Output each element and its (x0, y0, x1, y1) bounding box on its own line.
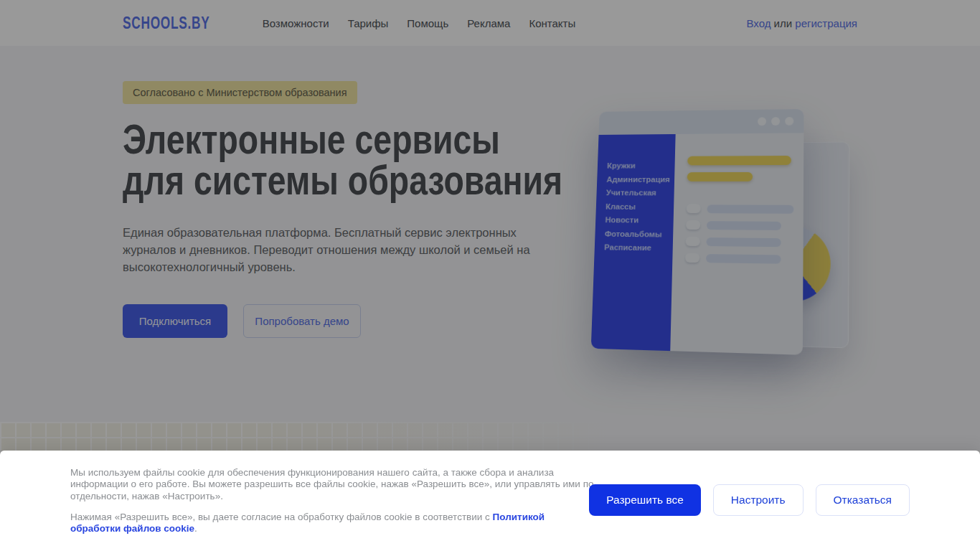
cookie-paragraph-2: Нажимая «Разрешить все», вы даете соглас… (70, 512, 598, 535)
cookie-buttons: Разрешить все Настроить Отказаться (589, 484, 910, 516)
cookie-paragraph-2-period: . (194, 523, 197, 534)
configure-cookies-button[interactable]: Настроить (713, 484, 804, 516)
allow-all-cookies-button[interactable]: Разрешить все (589, 484, 701, 516)
cookie-text: Мы используем файлы cookie для обеспечен… (70, 467, 598, 534)
page: SCHOOLS.BY Возможности Тарифы Помощь Рек… (0, 0, 980, 551)
cookie-banner: Мы используем файлы cookie для обеспечен… (0, 451, 980, 551)
cookie-paragraph-1: Мы используем файлы cookie для обеспечен… (70, 467, 598, 502)
decline-cookies-button[interactable]: Отказаться (816, 484, 910, 516)
cookie-paragraph-2-text: Нажимая «Разрешить все», вы даете соглас… (70, 512, 493, 522)
